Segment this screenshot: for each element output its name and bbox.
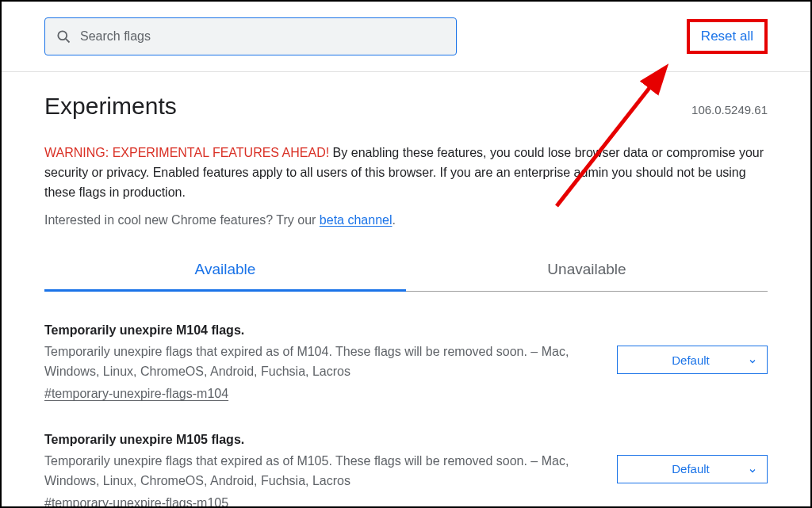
flag-anchor-link[interactable]: #temporary-unexpire-flags-m104 [44,387,228,400]
header-row: Experiments 106.0.5249.61 [44,93,768,120]
page-title: Experiments [44,93,177,120]
tab-available[interactable]: Available [44,251,406,292]
beta-line: Interested in cool new Chrome features? … [44,213,768,227]
svg-line-1 [66,39,70,43]
search-container [44,17,457,55]
flag-title: Temporarily unexpire M105 flags. [44,433,593,447]
tab-unavailable[interactable]: Unavailable [406,251,768,291]
warning-text: WARNING: EXPERIMENTAL FEATURES AHEAD! By… [44,143,768,202]
beta-suffix: . [392,213,395,227]
version-label: 106.0.5249.61 [691,103,768,116]
flag-text: Temporarily unexpire M105 flags. Tempora… [44,433,593,508]
flag-item: Temporarily unexpire M104 flags. Tempora… [44,323,768,401]
search-input[interactable] [44,17,457,55]
flag-title: Temporarily unexpire M104 flags. [44,323,593,338]
chevron-down-icon [748,355,757,365]
reset-all-highlight: Reset all [687,19,768,54]
tabs-bar: Available Unavailable [44,251,768,292]
flag-anchor-link[interactable]: #temporary-unexpire-flags-m105 [44,496,228,508]
warning-prefix: WARNING: EXPERIMENTAL FEATURES AHEAD! [44,146,329,159]
svg-point-0 [58,31,67,40]
search-icon [56,29,71,44]
chevron-down-icon [748,464,757,474]
top-bar: Reset all [2,2,810,72]
flag-description: Temporarily unexpire flags that expired … [44,342,593,382]
flag-select-label: Default [634,353,748,367]
flag-select[interactable]: Default [617,455,768,483]
flag-text: Temporarily unexpire M104 flags. Tempora… [44,323,593,401]
beta-intro: Interested in cool new Chrome features? … [44,213,320,227]
content-area: Experiments 106.0.5249.61 WARNING: EXPER… [2,72,810,508]
flag-item: Temporarily unexpire M105 flags. Tempora… [44,433,768,508]
flag-description: Temporarily unexpire flags that expired … [44,452,593,491]
beta-channel-link[interactable]: beta channel [320,213,393,227]
flag-select[interactable]: Default [617,346,768,374]
flag-select-label: Default [634,462,748,476]
reset-all-button[interactable]: Reset all [701,29,753,44]
